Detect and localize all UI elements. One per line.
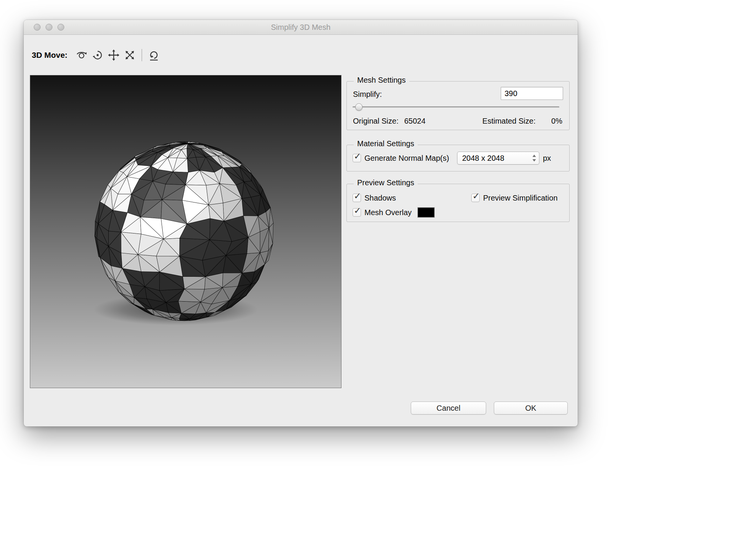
preview-simplification-checkbox[interactable]: ✓ (471, 194, 480, 202)
window-title: Simplify 3D Mesh (24, 20, 578, 34)
estimated-size-label: Estimated Size: (482, 117, 536, 126)
preview-simplification-label: Preview Simplification (483, 194, 558, 202)
material-settings-row: ✓ Generate Normal Map(s) 2048 x 2048 px (353, 145, 565, 171)
pan-move-icon (108, 49, 120, 61)
normal-map-size-popup[interactable]: 2048 x 2048 (457, 152, 539, 165)
3d-preview-viewport (30, 75, 341, 388)
simplify-label: Simplify: (353, 88, 382, 101)
simplify-slider[interactable] (353, 103, 559, 111)
minimize-button[interactable] (46, 24, 52, 31)
cancel-button[interactable]: Cancel (411, 402, 486, 415)
checkmark-icon: ✓ (472, 192, 480, 201)
shadows-checkbox[interactable]: ✓ (353, 194, 361, 202)
mesh-overlay-label: Mesh Overlay (364, 208, 412, 217)
generate-normal-map-label: Generate Normal Map(s) (364, 154, 449, 163)
material-settings-group: Material Settings ✓ Generate Normal Map(… (346, 145, 570, 171)
mesh-overlay-color-swatch[interactable] (418, 207, 434, 217)
generate-normal-map-checkbox[interactable]: ✓ (353, 154, 361, 162)
estimated-size-value: 0% (551, 117, 562, 126)
mesh-overlay-row: ✓ Mesh Overlay (353, 207, 434, 218)
mesh-settings-group: Mesh Settings Simplify: Original Size: 6… (346, 81, 570, 130)
pan-3d-tool-button[interactable] (106, 47, 121, 63)
reset-view-icon (148, 49, 160, 61)
3d-move-label: 3D Move: (32, 51, 67, 60)
rotate-3d-tool-button[interactable] (74, 47, 89, 63)
3d-preview-canvas[interactable] (30, 75, 341, 388)
slide-3d-tool-button[interactable] (122, 47, 137, 63)
mesh-settings-legend: Mesh Settings (354, 76, 409, 85)
roll-rotate-icon (91, 49, 104, 61)
reset-view-tool-button[interactable] (146, 47, 162, 63)
normal-map-size-value: 2048 x 2048 (462, 154, 504, 162)
popup-stepper-arrows-icon (532, 154, 537, 162)
preview-settings-legend: Preview Settings (354, 178, 418, 187)
close-button[interactable] (34, 24, 41, 31)
original-size-label: Original Size: (353, 117, 399, 126)
mesh-overlay-checkbox[interactable]: ✓ (353, 208, 361, 217)
simplify-3d-mesh-dialog: Simplify 3D Mesh 3D Move: (24, 20, 578, 426)
px-unit-label: px (543, 154, 551, 163)
toolbar-separator (142, 49, 142, 61)
zoom-button[interactable] (57, 24, 64, 31)
orbit-rotate-icon (75, 49, 88, 61)
slide-scale-icon (124, 49, 136, 61)
titlebar[interactable]: Simplify 3D Mesh (24, 20, 578, 35)
roll-3d-tool-button[interactable] (90, 47, 105, 63)
simplify-value-input[interactable] (501, 87, 563, 100)
preview-settings-group: Preview Settings ✓ Shadows ✓ Preview Sim… (346, 184, 570, 222)
simplify-slider-track[interactable] (353, 106, 559, 108)
shadows-label: Shadows (364, 194, 396, 202)
checkmark-icon: ✓ (354, 152, 361, 161)
checkmark-icon: ✓ (354, 206, 361, 215)
3d-move-toolbar: 3D Move: (32, 47, 162, 64)
original-size-value: 65024 (404, 117, 426, 126)
preview-simplification-row: ✓ Preview Simplification (471, 193, 558, 203)
window-controls (34, 24, 64, 31)
checkmark-icon: ✓ (354, 192, 361, 201)
shadows-row: ✓ Shadows (353, 193, 396, 203)
ok-button[interactable]: OK (494, 402, 568, 415)
simplify-slider-thumb[interactable] (355, 103, 363, 111)
